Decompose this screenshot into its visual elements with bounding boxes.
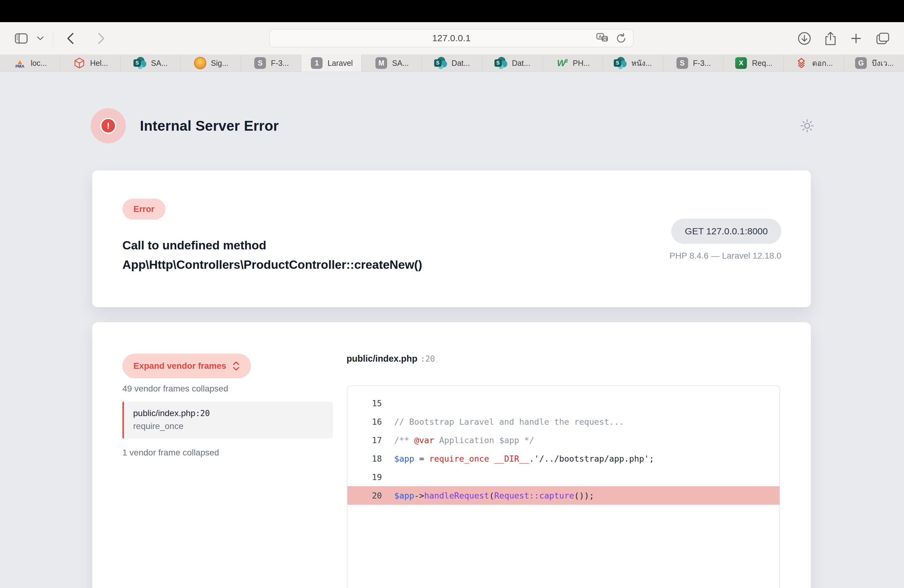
error-status-icon: ! [91, 108, 126, 143]
tab-label: ดอก... [812, 57, 833, 69]
code-text: // Bootstrap Laravel and handle the requ… [394, 417, 624, 427]
stack-trace-card: Expand vendor frames 49 vendor frames co… [92, 322, 811, 588]
browser-tab-3[interactable]: SSA... [120, 54, 181, 72]
browser-tab-10[interactable]: W3PH... [543, 54, 603, 72]
error-message: Call to undefined method App\Http\Contro… [122, 236, 422, 274]
url-bar[interactable]: 127.0.0.1 A [269, 29, 634, 47]
code-text: $app = require_once __DIR__.'/../bootstr… [394, 454, 654, 463]
browser-tab-1[interactable]: ▲PMAloc... [0, 54, 60, 72]
tab-label: Dat... [512, 59, 530, 68]
code-line: 16// Bootstrap Laravel and handle the re… [348, 413, 779, 431]
gray-s-icon: S [253, 56, 267, 70]
code-file-header: public/index.php:20 [346, 354, 435, 364]
code-line-highlighted: 20$app->handleRequest(Request::capture()… [348, 486, 779, 505]
code-text: $app->handleRequest(Request::capture()); [394, 491, 594, 500]
toolbar-divider [53, 30, 53, 46]
stack-frame-file: public/index.php:20 [133, 408, 333, 418]
excel-icon: X [734, 56, 748, 70]
browser-tab-7[interactable]: MSA... [362, 54, 422, 72]
tab-bar: ▲PMAloc...Hel...SSA...Sig...SF-3...1Lara… [0, 54, 904, 72]
downloads-icon[interactable] [798, 32, 811, 45]
page-title: Internal Server Error [140, 117, 279, 134]
error-summary-card: Error GET 127.0.0.1:8000 PHP 8.4.6 — Lar… [92, 171, 811, 307]
code-line: 18$app = require_once __DIR__.'/../boots… [348, 449, 779, 468]
tab-label: Hel... [90, 59, 108, 68]
expand-vendor-frames-button[interactable]: Expand vendor frames [122, 354, 251, 378]
sharepoint-icon: S [495, 56, 508, 70]
w3schools-icon: W3 [555, 56, 569, 70]
page-header: ! Internal Server Error [91, 108, 279, 143]
menu-bar-area [0, 0, 904, 22]
browser-tab-2[interactable]: Hel... [60, 54, 120, 72]
browser-toolbar: 127.0.0.1 A [0, 22, 904, 54]
browser-tab-6[interactable]: 1Laravel [301, 54, 362, 72]
theme-toggle-sun-icon[interactable] [800, 119, 814, 134]
forward-icon[interactable] [98, 33, 105, 44]
tab-label: หนัง... [631, 57, 652, 69]
browser-tab-13[interactable]: XReq... [724, 54, 784, 72]
tab-label: PH... [573, 59, 590, 68]
browser-tab-5[interactable]: SF-3... [241, 54, 301, 72]
gray-1-icon: 1 [310, 56, 324, 70]
tab-label: Req... [752, 59, 773, 68]
browser-tab-4[interactable]: Sig... [181, 54, 241, 72]
expand-chevrons-icon [232, 361, 240, 371]
sidebar-toggle-icon[interactable] [15, 33, 28, 44]
red-layers-icon [795, 56, 808, 70]
orange-seal-icon [193, 56, 207, 70]
line-number: 18 [348, 454, 382, 463]
chevron-down-icon[interactable] [37, 36, 44, 41]
tab-label: SA... [392, 59, 409, 68]
tab-label: loc... [31, 59, 47, 68]
browser-tab-11[interactable]: Sหนัง... [603, 54, 663, 72]
tab-label: Laravel [327, 59, 353, 68]
line-number: 20 [348, 491, 382, 500]
translate-icon[interactable]: A [596, 32, 609, 44]
code-line: 15 [348, 394, 779, 413]
stack-frame-method: require_once [133, 421, 333, 431]
gray-m-icon: M [375, 56, 388, 70]
line-number: 16 [348, 417, 382, 427]
tab-overview-icon[interactable] [876, 32, 890, 45]
vendor-frames-collapsed-bottom: 1 vendor frame collapsed [122, 448, 219, 458]
line-number: 15 [348, 398, 382, 408]
sharepoint-icon: S [614, 56, 627, 70]
new-tab-icon[interactable] [850, 32, 862, 44]
tab-label: SA... [151, 59, 168, 68]
share-icon[interactable] [825, 32, 836, 46]
tab-label: F-3... [271, 59, 289, 68]
error-message-line2: App\Http\Controllers\ProductController::… [122, 255, 422, 274]
tab-label: Dat... [452, 59, 470, 68]
code-snippet: 1516// Bootstrap Laravel and handle the … [347, 385, 780, 588]
error-page: ! Internal Server Error Error GET 127.0.… [0, 72, 904, 588]
screen: 127.0.0.1 A [0, 0, 904, 588]
browser-tab-14[interactable]: ดอก... [784, 54, 844, 72]
line-number: 19 [348, 473, 382, 482]
browser-tab-15[interactable]: Gบึงเว... [844, 54, 904, 72]
stack-frame-item[interactable]: public/index.php:20 require_once [122, 401, 333, 439]
sharepoint-icon: S [133, 56, 147, 70]
code-line: 19 [348, 468, 779, 486]
gray-s-icon: S [676, 56, 689, 70]
tab-label: บึงเว... [872, 57, 894, 69]
sharepoint-icon: S [434, 56, 448, 70]
error-type-badge: Error [122, 199, 166, 220]
back-icon[interactable] [67, 33, 74, 44]
gray-g-icon: G [854, 56, 868, 70]
phpmyadmin-icon: ▲PMA [13, 56, 27, 70]
error-message-line1: Call to undefined method [122, 236, 422, 255]
environment-version-text: PHP 8.4.6 — Laravel 12.18.0 [669, 251, 781, 261]
browser-tab-12[interactable]: SF-3... [663, 54, 724, 72]
code-line: 17/** @var Application $app */ [348, 431, 779, 449]
url-text: 127.0.0.1 [432, 33, 471, 43]
vendor-frames-collapsed-top: 49 vendor frames collapsed [122, 384, 228, 394]
svg-text:A: A [599, 34, 602, 39]
code-text: /** @var Application $app */ [394, 435, 534, 445]
browser-tab-9[interactable]: SDat... [482, 54, 543, 72]
tab-label: Sig... [211, 59, 228, 68]
line-number: 17 [348, 435, 382, 445]
laravel-icon [73, 56, 86, 70]
reload-icon[interactable] [616, 33, 626, 44]
browser-tab-8[interactable]: SDat... [422, 54, 482, 72]
request-badge: GET 127.0.0.1:8000 [671, 219, 781, 244]
